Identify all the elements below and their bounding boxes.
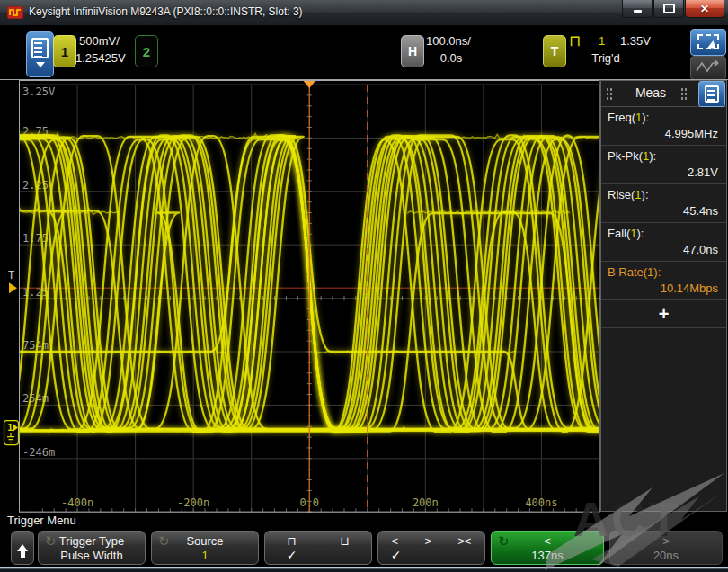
toolbar: 1 500mV/ 1.25425V 2 H 100.0ns/ 0.0s T ⊓ … (0, 25, 728, 79)
horizontal-key[interactable]: H (401, 35, 424, 67)
measurements-menu-button[interactable] (698, 81, 725, 107)
close-icon: ✕ (700, 4, 709, 14)
softkey-line1: < (492, 534, 603, 548)
meas-value: 45.4ns (608, 201, 720, 219)
trigger-key[interactable]: T (543, 35, 566, 67)
softkey-line1: Source (152, 534, 258, 548)
softkey-width-qualifier[interactable]: <>><✓ (377, 531, 485, 565)
maximize-button[interactable] (653, 0, 684, 18)
channel-1-key[interactable]: 1 (53, 35, 76, 67)
softkey-line2: 137ns (492, 549, 603, 562)
svg-text:1: 1 (7, 422, 13, 433)
t-axis-label: 400ns (525, 496, 557, 509)
check-icon: ✓ (391, 548, 402, 562)
window-title: Keysight InfiniiVision M9243A (PXI8::0::… (29, 5, 303, 18)
meas-row-fall[interactable]: Fall(1):47.0ns (601, 223, 726, 262)
measurements-list: Freq(1):4.995MHzPk-Pk(1):2.81VRise(1):45… (601, 107, 726, 300)
meas-label: B Rate(1): (608, 265, 720, 279)
window-bottom-frame (0, 567, 728, 572)
close-button[interactable]: ✕ (685, 0, 724, 18)
meas-value: 47.0ns (608, 240, 720, 258)
back-arrow-icon (17, 539, 28, 551)
meas-value: 2.81V (608, 163, 720, 181)
menu-icon (705, 85, 719, 103)
meas-label: Fall(1): (608, 227, 720, 240)
option-label: ⊔ (340, 534, 349, 548)
channel-1-scale[interactable]: 500mV/ (79, 34, 120, 48)
option-label: >< (457, 534, 471, 548)
grip-dots-icon[interactable] (606, 87, 613, 101)
softkey-pulse-polarity[interactable]: ⊓⊔✓ (264, 531, 372, 565)
grip-dots-icon[interactable] (680, 87, 688, 101)
measurements-panel-title: Meas (628, 85, 673, 100)
measurements-panel-header[interactable]: Meas (601, 81, 726, 107)
softkey-source[interactable]: ↻Source1 (151, 531, 259, 565)
v-axis-label: 3.25V (22, 85, 55, 98)
trigger-level-value[interactable]: 1.35V (620, 34, 651, 48)
softkey-trigger-type[interactable]: ↻Trigger TypePulse Width (38, 531, 146, 565)
meas-row-freq[interactable]: Freq(1):4.995MHz (601, 107, 726, 146)
meas-label: Rise(1): (608, 188, 720, 201)
softkey-menu-title: Trigger Menu (7, 514, 76, 527)
meas-value: 10.14Mbps (608, 279, 720, 297)
content-area: 3.25V2.752.251.751.25754m254m-246m-400n-… (0, 79, 728, 514)
check-icon: ✓ (287, 548, 297, 562)
timebase-scale[interactable]: 100.0ns/ (426, 34, 471, 48)
t-axis-label: -200n (177, 496, 209, 509)
svg-text:T: T (8, 269, 14, 282)
softkey-line2: 20ns (610, 549, 722, 562)
navigate-icon (691, 57, 724, 77)
softkey-line1: Trigger Type (39, 534, 145, 548)
channel-2-key[interactable]: 2 (135, 35, 158, 67)
add-measurement-button[interactable]: + (601, 300, 726, 328)
option-label: > (424, 534, 431, 548)
meas-row-b-rate[interactable]: B Rate(1):10.14Mbps (601, 262, 726, 300)
oscilloscope-window: { "window": { "title": "Keysight Infinii… (0, 0, 728, 572)
v-axis-label: -246m (22, 446, 55, 459)
softkey-width-greater-than[interactable]: >20ns (609, 531, 723, 565)
maximize-icon (663, 4, 675, 13)
caption-buttons: ✕ (621, 0, 724, 18)
option-label: ⊓ (287, 534, 296, 548)
app-icon (7, 6, 23, 19)
softkey-width-less-than[interactable]: ↻<137ns (491, 531, 604, 565)
channel-1-offset[interactable]: 1.25425V (75, 51, 126, 65)
softkey-line2: Pulse Width (39, 549, 145, 562)
softkey-menu: Trigger Menu ↻Trigger TypePulse Width↻So… (0, 513, 728, 572)
t-axis-label: -400n (61, 496, 93, 509)
meas-row-rise[interactable]: Rise(1):45.4ns (601, 184, 726, 223)
meas-row-pk-pk[interactable]: Pk-Pk(1):2.81V (601, 146, 726, 184)
meas-label: Pk-Pk(1): (608, 149, 720, 163)
softkey-line1: > (610, 534, 722, 548)
timebase-delay[interactable]: 0.0s (426, 51, 476, 65)
option-label: < (392, 534, 399, 548)
measurements-panel: Meas Freq(1):4.995MHzPk-Pk(1):2.81VRise(… (600, 80, 727, 512)
t-axis-label: 200n (413, 496, 439, 509)
softkey-back[interactable] (11, 531, 34, 565)
minimize-button[interactable] (622, 0, 653, 18)
softkey-line2: 1 (152, 549, 258, 562)
chevron-down-icon (36, 62, 45, 72)
menu-icon (31, 38, 49, 58)
navigate-button[interactable] (690, 56, 726, 80)
channel-1-ground-marker[interactable]: 1 (4, 421, 19, 445)
meas-label: Freq(1): (608, 111, 720, 124)
positive-pulse-icon: ⊓ (569, 31, 581, 50)
trigger-status: Trig'd (579, 51, 633, 65)
box-zoom-button[interactable] (690, 29, 726, 56)
trigger-source[interactable]: 1 (599, 34, 605, 48)
main-menu-button[interactable] (26, 31, 54, 77)
title-bar: Keysight InfiniiVision M9243A (PXI8::0::… (0, 0, 728, 26)
waveform-plot[interactable]: 3.25V2.752.251.751.25754m254m-246m-400n-… (0, 80, 600, 514)
minimize-icon (634, 10, 642, 13)
meas-value: 4.995MHz (608, 124, 720, 142)
